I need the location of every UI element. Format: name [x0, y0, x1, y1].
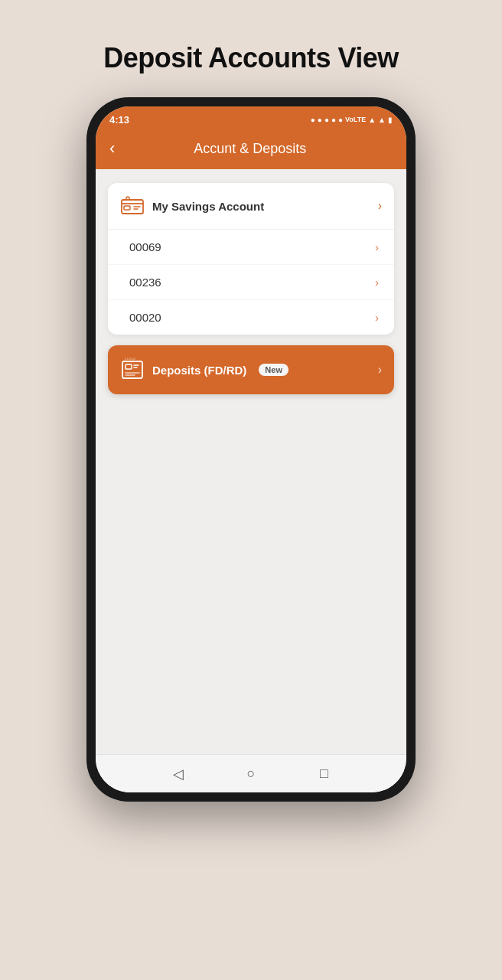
- status-bar: 4:13 ● ● ● ● ● VoLTE ▲ ▲ ▮: [96, 106, 406, 131]
- status-time: 4:13: [109, 114, 129, 126]
- nav-recent-button[interactable]: □: [315, 766, 332, 782]
- account-item-3[interactable]: 00020 ›: [108, 300, 394, 335]
- phone-frame: 4:13 ● ● ● ● ● VoLTE ▲ ▲ ▮ ‹ Accunt & De…: [86, 97, 416, 802]
- content-area: My Savings Account › 00069 › 00236 › 000…: [96, 169, 406, 754]
- status-icons-group: ● ● ● ● ● VoLTE ▲ ▲ ▮: [311, 116, 393, 124]
- messages-icon: ●: [318, 116, 322, 124]
- header-title: Accunt & Deposits: [124, 141, 376, 157]
- signal-icon: ▲: [378, 116, 386, 124]
- svg-rect-3: [126, 364, 132, 369]
- account-number-3: 00020: [129, 311, 161, 324]
- savings-chevron: ›: [378, 199, 382, 213]
- bottom-nav: ◁ ○ □: [96, 754, 406, 792]
- savings-header-left: My Savings Account: [120, 194, 264, 218]
- deposits-chevron: ›: [378, 363, 382, 377]
- deposits-card-title: Deposits (FD/RD): [152, 364, 246, 377]
- deposits-card-header: LOGO Deposits (FD/RD) New ›: [108, 345, 394, 394]
- sync-icon: ●: [324, 116, 329, 124]
- savings-icon: [120, 194, 145, 218]
- nav-home-button[interactable]: ○: [243, 766, 259, 782]
- app-header: ‹ Accunt & Deposits: [96, 131, 406, 169]
- notification-icon: ●: [338, 116, 343, 124]
- account-item-1[interactable]: 00069 ›: [108, 230, 394, 265]
- savings-card-header[interactable]: My Savings Account ›: [108, 183, 394, 230]
- phone-screen: 4:13 ● ● ● ● ● VoLTE ▲ ▲ ▮ ‹ Accunt & De…: [96, 106, 406, 792]
- account-number-2: 00236: [129, 276, 161, 289]
- media-icon: ●: [331, 116, 336, 124]
- savings-card: My Savings Account › 00069 › 00236 › 000…: [108, 183, 394, 335]
- svg-text:LOGO: LOGO: [125, 358, 136, 361]
- account-number-1: 00069: [129, 240, 161, 253]
- account-item-2[interactable]: 00236 ›: [108, 265, 394, 300]
- savings-card-title: My Savings Account: [152, 200, 264, 213]
- new-badge: New: [259, 364, 288, 376]
- wifi-icon: ▲: [368, 116, 376, 124]
- page-title: Deposit Accounts View: [103, 42, 399, 74]
- back-button[interactable]: ‹: [109, 140, 115, 157]
- deposits-card[interactable]: LOGO Deposits (FD/RD) New ›: [108, 345, 394, 394]
- battery-icon: ▮: [388, 116, 393, 124]
- volte-icon: VoLTE: [345, 116, 366, 123]
- svg-rect-1: [124, 206, 130, 210]
- nav-back-button[interactable]: ◁: [170, 766, 187, 782]
- account-chevron-2: ›: [375, 276, 379, 289]
- account-chevron-3: ›: [375, 311, 379, 324]
- account-chevron-1: ›: [375, 240, 379, 253]
- whatsapp-icon: ●: [311, 116, 315, 124]
- deposits-icon: LOGO: [120, 358, 145, 382]
- deposits-header-left: LOGO Deposits (FD/RD) New: [120, 358, 288, 382]
